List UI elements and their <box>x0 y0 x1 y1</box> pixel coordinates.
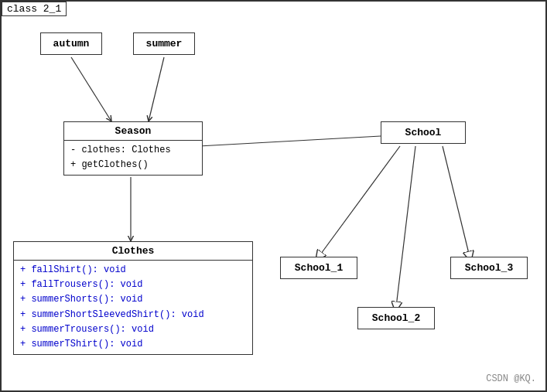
svg-line-1 <box>149 57 164 121</box>
clothes-method-5: + summerTrousers(): void <box>20 322 246 337</box>
school-box: School <box>381 121 466 144</box>
summer-label: summer <box>134 33 194 54</box>
school1-box: School_1 <box>280 257 357 279</box>
school3-box: School_3 <box>450 257 528 279</box>
autumn-label: autumn <box>41 33 101 54</box>
diagram-container: class 2_1 autumn <box>0 0 547 392</box>
season-body: - clothes: Clothes + getClothes() <box>64 141 202 175</box>
clothes-method-6: + summerTShirt(): void <box>20 337 246 352</box>
clothes-title: Clothes <box>14 242 252 261</box>
school1-label: School_1 <box>281 257 357 278</box>
watermark: CSDN @KQ. <box>486 373 536 384</box>
svg-line-5 <box>396 146 415 307</box>
svg-line-4 <box>319 146 400 257</box>
school2-box: School_2 <box>357 307 435 329</box>
clothes-box: Clothes + fallShirt(): void + fallTrouse… <box>13 241 253 355</box>
season-attr: - clothes: Clothes <box>70 143 196 158</box>
autumn-box: autumn <box>40 32 102 55</box>
school-label: School <box>381 122 465 143</box>
svg-line-6 <box>443 146 470 257</box>
svg-line-0 <box>71 57 111 121</box>
clothes-method-2: + fallTrousers(): void <box>20 278 246 292</box>
clothes-method-3: + summerShorts(): void <box>20 292 246 307</box>
school3-label: School_3 <box>451 257 527 278</box>
season-title: Season <box>64 122 202 141</box>
summer-box: summer <box>133 32 195 55</box>
clothes-method-4: + summerShortSleevedShirt(): void <box>20 308 246 322</box>
clothes-body: + fallShirt(): void + fallTrousers(): vo… <box>14 261 252 354</box>
school2-label: School_2 <box>358 308 434 329</box>
season-method: + getClothes() <box>70 158 196 172</box>
clothes-method-1: + fallShirt(): void <box>20 263 246 278</box>
svg-line-3 <box>199 136 381 146</box>
season-box: Season - clothes: Clothes + getClothes() <box>63 121 203 176</box>
diagram-title: class 2_1 <box>2 2 67 16</box>
